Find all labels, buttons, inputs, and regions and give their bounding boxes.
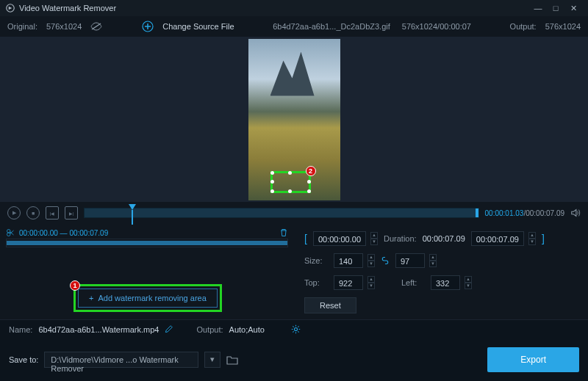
name-label: Name:: [9, 325, 32, 334]
close-button[interactable]: ✕: [564, 4, 582, 13]
resize-handle[interactable]: [307, 189, 311, 193]
bracket-end-icon[interactable]: ]: [542, 233, 545, 244]
maximize-button[interactable]: □: [547, 4, 564, 12]
source-meta: 576x1024/00:00:07: [402, 22, 471, 31]
svg-point-5: [294, 327, 297, 330]
step-forward-button[interactable]: ▶|: [65, 206, 78, 219]
titlebar: Video Watermark Remover — □ ✕: [0, 0, 588, 16]
duration-value: 00:00:07.09: [423, 234, 465, 243]
segment-range: 00:00:00.00 — 00:00:07.09: [19, 229, 108, 237]
playhead[interactable]: [129, 204, 136, 210]
height-stepper[interactable]: ▲▼: [429, 254, 437, 267]
bracket-start-icon[interactable]: [: [304, 233, 307, 244]
left-stepper[interactable]: ▲▼: [465, 276, 472, 289]
watermark-selection-box[interactable]: 2: [270, 171, 311, 193]
save-path-input[interactable]: D:\Vidmore\Vidmore ...o Watermark Remove…: [44, 352, 198, 368]
parameters-panel: [ 00:00:00.00 ▲▼ Duration:00:00:07.09 00…: [294, 224, 588, 319]
open-folder-icon[interactable]: [226, 355, 238, 365]
export-button[interactable]: Export: [487, 347, 579, 372]
output-settings-icon[interactable]: [291, 324, 301, 334]
timeline-track[interactable]: [84, 208, 479, 218]
change-source-button[interactable]: Change Source File: [162, 22, 234, 31]
app-logo-icon: [6, 4, 15, 12]
start-time-stepper[interactable]: ▲▼: [370, 232, 378, 245]
footer-info-bar: Name: 6b4d72aa-a6b1...Watermark.mp4 Outp…: [0, 319, 588, 338]
output-dimensions: 576x1024: [545, 22, 581, 31]
height-input[interactable]: 97: [395, 253, 425, 268]
play-button[interactable]: ▶: [7, 206, 21, 219]
svg-line-1: [92, 23, 101, 29]
top-input[interactable]: 922: [334, 275, 363, 290]
save-path-dropdown[interactable]: ▾: [204, 352, 220, 368]
duration-label: Duration:: [384, 234, 417, 243]
video-frame[interactable]: 2: [248, 39, 340, 200]
volume-icon[interactable]: [570, 208, 581, 218]
app-title: Video Watermark Remover: [19, 4, 116, 12]
segment-track[interactable]: [6, 239, 288, 247]
preview-toggle-icon[interactable]: [90, 22, 102, 31]
minimize-button[interactable]: —: [529, 4, 547, 12]
original-label: Original:: [7, 22, 37, 31]
save-to-label: Save to:: [9, 355, 38, 364]
source-bar: Original: 576x1024 Change Source File 6b…: [0, 16, 588, 37]
output-format-value: Auto;Auto: [229, 325, 265, 334]
add-watermark-area-label: Add watermark removing area: [98, 294, 206, 302]
top-stepper[interactable]: ▲▼: [368, 276, 375, 289]
source-filename: 6b4d72aa-a6b1..._Dc2aDbZ3.gif: [273, 22, 390, 31]
name-value: 6b4d72aa-a6b1...Watermark.mp4: [38, 325, 159, 334]
width-stepper[interactable]: ▲▼: [368, 254, 375, 267]
original-dimensions: 576x1024: [46, 22, 82, 31]
plus-icon: +: [89, 294, 93, 302]
annotation-badge-1: 1: [70, 280, 80, 291]
output-label: Output:: [510, 22, 537, 31]
step-back-button[interactable]: |◀: [46, 206, 59, 219]
output-format-label: Output:: [196, 325, 223, 334]
footer-action-bar: Save to: D:\Vidmore\Vidmore ...o Waterma…: [0, 338, 588, 381]
left-input[interactable]: 332: [431, 275, 460, 290]
reset-button[interactable]: Reset: [304, 297, 356, 313]
resize-handle[interactable]: [270, 171, 274, 175]
change-source-icon[interactable]: [142, 21, 154, 32]
size-label: Size:: [304, 256, 328, 265]
start-time-input[interactable]: 00:00:00.00: [313, 231, 366, 246]
svg-point-4: [7, 233, 11, 236]
edit-name-icon[interactable]: [165, 325, 173, 333]
add-watermark-area-button[interactable]: 1 + Add watermark removing area: [74, 284, 222, 312]
resize-handle[interactable]: [307, 180, 311, 184]
preview-area: 2: [0, 37, 588, 202]
resize-handle[interactable]: [288, 171, 292, 175]
lower-panels: 00:00:00.00 — 00:00:07.09 1 + Add waterm…: [0, 224, 588, 319]
total-time: 00:00:07.09: [526, 209, 564, 217]
segments-panel: 00:00:00.00 — 00:00:07.09 1 + Add waterm…: [0, 224, 294, 319]
left-label: Left:: [401, 278, 425, 287]
resize-handle[interactable]: [288, 189, 292, 193]
segment-icon: [6, 228, 15, 237]
end-time-stepper[interactable]: ▲▼: [528, 232, 536, 245]
timeline-end-marker[interactable]: [476, 208, 478, 217]
current-time: 00:00:01.03: [485, 209, 524, 217]
end-time-input[interactable]: 00:00:07.09: [471, 231, 524, 246]
resize-handle[interactable]: [270, 189, 274, 193]
svg-point-3: [7, 230, 11, 233]
transport-bar: ▶ ■ |◀ ▶| 00:00:01.03/00:00:07.09: [0, 202, 588, 224]
resize-handle[interactable]: [270, 180, 274, 184]
top-label: Top:: [304, 278, 328, 287]
width-input[interactable]: 140: [334, 253, 363, 268]
delete-segment-icon[interactable]: [279, 228, 288, 237]
annotation-badge-2: 2: [306, 166, 316, 176]
stop-button[interactable]: ■: [26, 206, 40, 219]
timecode: 00:00:01.03/00:00:07.09: [485, 209, 564, 217]
link-dimensions-icon[interactable]: [381, 256, 390, 265]
